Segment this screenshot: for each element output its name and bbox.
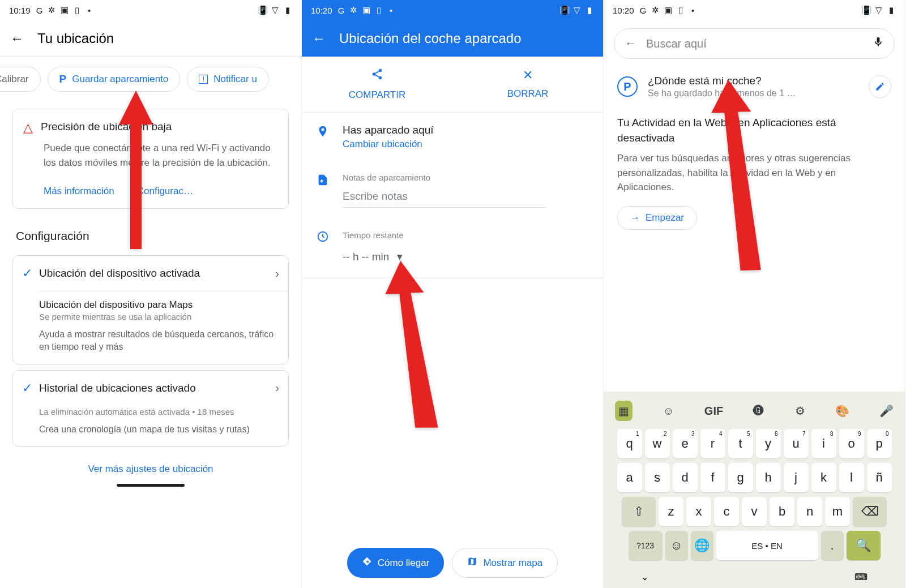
wifi-icon: ▽ (271, 6, 280, 15)
share-icon (302, 68, 452, 84)
sub-desc: Crea una cronología (un mapa de tus visi… (39, 423, 279, 436)
show-map-button[interactable]: Mostrar mapa (452, 548, 558, 578)
parking-circle-icon: P (617, 76, 638, 97)
kb-key-l[interactable]: l (839, 463, 864, 492)
kb-apps-icon[interactable]: ▦ (615, 401, 633, 421)
back-icon[interactable]: ← (312, 31, 326, 46)
kb-row-1: q1w2e3r4t5y6u7i8o9p0 (607, 429, 901, 458)
kb-key-r[interactable]: r4 (700, 429, 725, 458)
kb-key-a[interactable]: a (617, 463, 642, 492)
google-icon: G (337, 6, 346, 15)
kb-palette-icon[interactable]: 🎨 (835, 404, 849, 418)
kb-key-f[interactable]: f (700, 463, 725, 492)
kb-translate-icon[interactable]: 🅖 (753, 405, 764, 418)
time-selector[interactable]: -- h -- min ▾ (343, 250, 404, 263)
search-bar[interactable]: ← Buscar aquí (614, 28, 895, 59)
wifi-icon: ▽ (572, 6, 582, 15)
chip-notify[interactable]: !Notificar u (187, 67, 269, 92)
kb-row-4: ?123 ☺ 🌐 ES • EN . 🔍 (607, 531, 901, 560)
card-title: Precisión de ubicación baja (41, 121, 172, 133)
kb-key-x[interactable]: x (686, 497, 711, 526)
start-button[interactable]: → Empezar (617, 206, 697, 230)
kb-key-i[interactable]: i8 (811, 429, 836, 458)
kb-key-c[interactable]: c (714, 497, 739, 526)
more-info-link[interactable]: Más información (44, 186, 114, 197)
notes-label: Notas de aparcamiento (343, 173, 546, 182)
kb-backspace[interactable]: ⌫ (853, 497, 887, 526)
kb-key-d[interactable]: d (673, 463, 698, 492)
delete-button[interactable]: ✕ BORRAR (452, 57, 603, 112)
result-subtitle: Se ha guardado hace menos de 1 … (648, 88, 858, 98)
kb-settings-icon[interactable]: ⚙ (795, 404, 805, 418)
back-icon[interactable]: ← (10, 31, 24, 46)
kb-globe[interactable]: 🌐 (691, 531, 713, 560)
kb-key-w[interactable]: w2 (645, 429, 670, 458)
kb-gif-icon[interactable]: GIF (704, 405, 723, 418)
kb-key-k[interactable]: k (811, 463, 836, 492)
google-icon: G (35, 6, 44, 15)
kb-search[interactable]: 🔍 (847, 531, 881, 560)
picture-icon: ▣ (60, 6, 69, 15)
more-settings-link[interactable]: Ver más ajustes de ubicación (0, 452, 301, 480)
device-location-row[interactable]: ✓ Ubicación del dispositivo activada › (13, 256, 288, 291)
kb-row-3: ⇧ zxcvbnm ⌫ (607, 497, 901, 526)
close-icon: ✕ (452, 68, 603, 83)
kb-key-n[interactable]: n (797, 497, 822, 526)
sub-desc: Ayuda a mostrar resultados de búsqueda c… (39, 328, 279, 354)
back-icon[interactable]: ← (625, 36, 637, 51)
parked-location-row: Has aparcado aquí Cambiar ubicación (302, 113, 603, 161)
kb-key-s[interactable]: s (645, 463, 670, 492)
kb-key-q[interactable]: q1 (617, 429, 642, 458)
chevron-right-icon: › (275, 381, 279, 394)
change-location-link[interactable]: Cambiar ubicación (343, 139, 434, 150)
kb-key-ñ[interactable]: ñ (867, 463, 892, 492)
kb-shift[interactable]: ⇧ (622, 497, 656, 526)
fan-icon: ✲ (349, 6, 358, 15)
kb-emoji[interactable]: ☺ (665, 531, 688, 560)
kb-key-v[interactable]: v (742, 497, 767, 526)
kb-key-g[interactable]: g (728, 463, 753, 492)
parking-result[interactable]: P ¿Dónde está mi coche? Se ha guardado h… (604, 69, 905, 104)
kb-key-p[interactable]: p0 (867, 429, 892, 458)
kb-key-j[interactable]: j (784, 463, 809, 492)
location-history-row[interactable]: ✓ Historial de ubicaciones activado › (13, 371, 288, 406)
mic-icon[interactable] (873, 35, 884, 52)
google-icon: G (639, 6, 648, 15)
kb-symbols[interactable]: ?123 (629, 531, 663, 560)
phone-icon: ▯ (72, 6, 82, 15)
kb-key-u[interactable]: u7 (784, 429, 809, 458)
kb-key-t[interactable]: t5 (728, 429, 753, 458)
kb-key-m[interactable]: m (825, 497, 850, 526)
kb-key-y[interactable]: y6 (756, 429, 781, 458)
kb-period[interactable]: . (821, 531, 844, 560)
kb-sticker-icon[interactable]: ☺ (663, 405, 674, 418)
header: ← Ubicación del coche aparcado (302, 20, 603, 57)
kb-key-o[interactable]: o9 (839, 429, 864, 458)
kb-space[interactable]: ES • EN (716, 531, 818, 560)
configure-link[interactable]: Configurac… (137, 186, 193, 197)
kb-key-h[interactable]: h (756, 463, 781, 492)
kb-key-b[interactable]: b (770, 497, 794, 526)
home-indicator[interactable] (117, 484, 185, 487)
chip-save-parking[interactable]: PGuardar aparcamiento (48, 67, 181, 92)
notes-input[interactable]: Escribe notas (343, 190, 546, 208)
status-time: 10:20 (311, 6, 332, 15)
edit-button[interactable] (869, 75, 891, 98)
chip-calibrate[interactable]: Calibrar (0, 67, 41, 92)
sub-note: Se permite mientras se usa la aplicación (39, 312, 279, 321)
map-icon (467, 556, 477, 569)
activity-desc: Para ver tus búsquedas anteriores y otra… (617, 151, 891, 195)
page-title: Tu ubicación (37, 31, 114, 46)
nav-down-icon[interactable]: ⌄ (641, 572, 648, 582)
directions-button[interactable]: Cómo llegar (347, 548, 445, 578)
warning-icon: △ (23, 121, 33, 135)
kb-key-e[interactable]: e3 (673, 429, 698, 458)
kb-key-z[interactable]: z (659, 497, 683, 526)
alert-box-icon: ! (199, 75, 208, 84)
kb-mic-icon[interactable]: 🎤 (879, 404, 894, 418)
share-button[interactable]: COMPARTIR (302, 57, 452, 112)
dot-icon: • (689, 6, 698, 15)
nav-keyboard-icon[interactable]: ⌨ (854, 572, 867, 582)
vibrate-icon: 📳 (258, 6, 267, 15)
card-body: Puede que conectándote a una red Wi-Fi y… (23, 141, 278, 170)
